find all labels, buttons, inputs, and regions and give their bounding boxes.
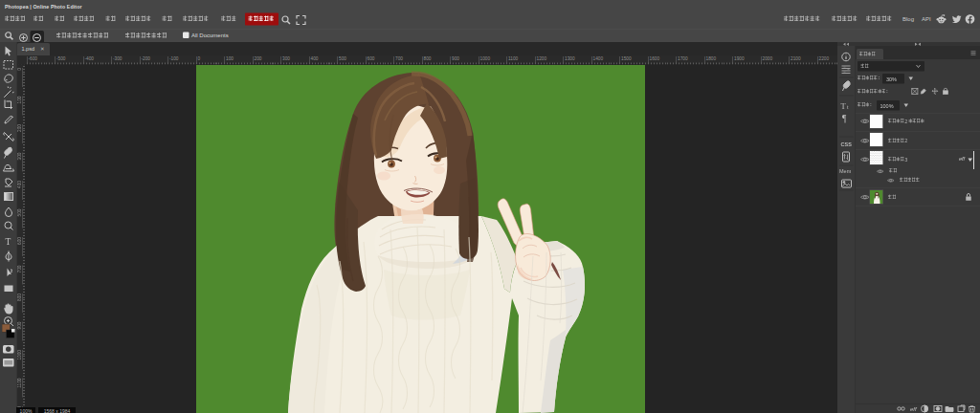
svg-text:T: T <box>6 237 11 247</box>
svg-text:eff: eff <box>910 406 918 412</box>
svg-text:Mem: Mem <box>839 168 852 174</box>
svg-text:CSS: CSS <box>841 141 853 147</box>
svg-text:¶: ¶ <box>842 114 847 123</box>
svg-text:T: T <box>841 101 847 111</box>
svg-text:t: t <box>847 104 849 110</box>
